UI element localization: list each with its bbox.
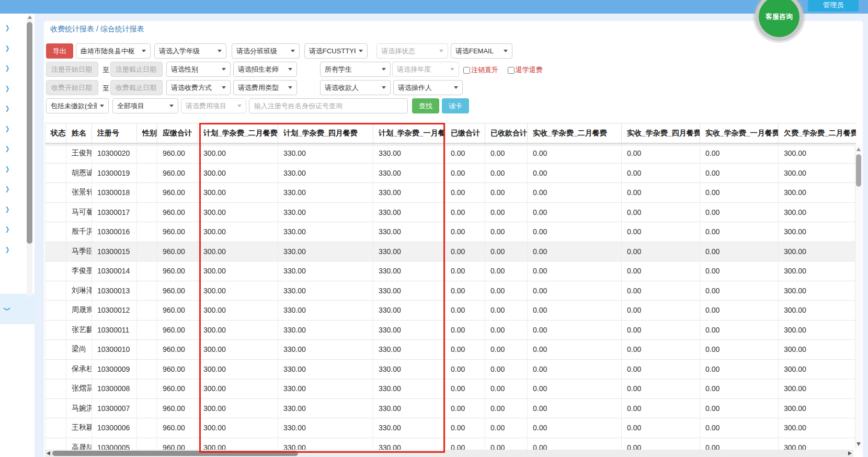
table-row[interactable]: 马季臣10300015960.00300.00330.00330.000.000… <box>45 242 856 262</box>
table-row[interactable]: 刘琳泽10300013960.00300.00330.00330.000.000… <box>45 281 856 301</box>
student-scope-select[interactable]: 所有学生 <box>320 62 391 77</box>
sidebar-item[interactable]: ❯ <box>0 20 26 36</box>
table-cell: 0.00 <box>485 203 528 222</box>
sidebar-item[interactable]: ❯ <box>0 242 26 257</box>
scroll-up-icon[interactable] <box>856 147 861 151</box>
table-cell: 高晟喆 <box>66 438 92 451</box>
pay-method-select[interactable]: 请选收费方式 <box>166 80 231 95</box>
table-cell: 0.00 <box>700 399 779 418</box>
checkbox-cancel-direct-box[interactable] <box>463 67 470 74</box>
table-row[interactable]: 王秋颖10300006960.00300.00330.00330.000.000… <box>45 418 856 438</box>
school-select[interactable]: 曲靖市陆良县中枢 <box>76 43 151 59</box>
chevron-right-icon: ❯ <box>5 205 10 213</box>
table-cell: 300.00 <box>779 242 856 261</box>
fee-end-date-input[interactable]: 收费截止日期 <box>110 80 163 95</box>
table-cell: 0.00 <box>528 261 622 281</box>
sidebar-item[interactable]: ❯ <box>0 81 26 96</box>
table-cell <box>45 144 66 163</box>
admin-button[interactable]: 管理员 <box>808 0 859 12</box>
scroll-right-icon[interactable] <box>848 451 852 455</box>
table-row[interactable]: 马婉淇10300007960.00300.00330.00330.000.000… <box>45 399 856 419</box>
payee-select[interactable]: 请选收款人 <box>320 80 391 95</box>
sidebar-item[interactable]: ❯ <box>0 181 26 197</box>
checkbox-withdraw-refund-box[interactable] <box>508 67 515 74</box>
status-select[interactable]: 请选择状态 <box>376 43 448 59</box>
fee-start-date-input[interactable]: 收费开始日期 <box>46 80 98 95</box>
scroll-down-icon[interactable] <box>856 442 861 446</box>
femail-select[interactable]: 请选FEMAIL <box>451 43 512 59</box>
fee-type-select[interactable]: 请选费用类型 <box>233 80 297 95</box>
chevron-right-icon: ❯ <box>5 105 10 112</box>
table-row[interactable]: 张熠晨10300008960.00300.00330.00330.000.000… <box>45 379 856 399</box>
grade-select[interactable]: 请选入学年级 <box>154 43 226 59</box>
class-select[interactable]: 请选分班班级 <box>232 43 300 59</box>
sidebar-item[interactable]: ❯ <box>0 141 26 156</box>
table-cell: 0.00 <box>446 438 485 451</box>
table-row[interactable]: 周晟宸10300012960.00300.00330.00330.000.000… <box>45 301 856 321</box>
top-bar <box>0 0 868 14</box>
table-row[interactable]: 王俊翔10300020960.00300.00330.00330.000.000… <box>45 144 856 164</box>
teacher-select[interactable]: 请选招生老师 <box>233 62 297 77</box>
table-row[interactable]: 保承杉10300009960.00300.00330.00330.000.000… <box>45 360 856 380</box>
sidebar-item[interactable]: ❯ <box>0 60 26 76</box>
table-cell: 330.00 <box>373 203 446 222</box>
export-button[interactable]: 导出 <box>46 43 73 59</box>
read-card-button[interactable]: 读卡 <box>442 98 469 113</box>
table-horizontal-scrollbar[interactable] <box>45 450 853 457</box>
fee-project-select[interactable]: 请选费用项目 <box>181 98 246 113</box>
include-unpaid-select[interactable]: 包括未缴款(全部 <box>46 98 109 113</box>
register-end-date-input[interactable]: 注册截止日期 <box>110 62 163 77</box>
table-cell: 0.00 <box>528 340 622 359</box>
table-vertical-scrollbar[interactable] <box>855 145 862 449</box>
table-cell: 0.00 <box>622 164 700 183</box>
table-cell: 0.00 <box>700 242 779 261</box>
all-projects-select[interactable]: 全部项目 <box>112 98 178 113</box>
table-row[interactable]: 胡恩诚10300019960.00300.00330.00330.000.000… <box>45 164 856 184</box>
column-header: 计划_学杂费_一月餐费 <box>373 123 446 143</box>
table-row[interactable]: 张艺麒10300011960.00300.00330.00330.000.000… <box>45 321 856 340</box>
table-cell: 0.00 <box>528 203 622 222</box>
table-cell: 330.00 <box>278 203 373 222</box>
checkbox-withdraw-refund[interactable]: 退学退费 <box>508 65 543 75</box>
table-cell: 960.00 <box>157 203 198 222</box>
sidebar-item-active[interactable]: ❯ <box>0 294 35 324</box>
table-row[interactable]: 殷千淇10300016960.00300.00330.00330.000.000… <box>45 222 856 242</box>
fcusttyp-select[interactable]: 请选FCUSTTYP <box>304 43 368 59</box>
table-cell: 10300017 <box>92 203 137 222</box>
table-cell: 0.00 <box>485 399 528 418</box>
table-cell: 330.00 <box>373 281 446 301</box>
table-row[interactable]: 梁尚10300010960.00300.00330.00330.000.000.… <box>45 340 856 360</box>
table-cell: 330.00 <box>278 340 373 359</box>
breadcrumb-parent[interactable]: 收费统计报表 <box>50 25 94 33</box>
gender-select[interactable]: 请选性别 <box>166 62 231 77</box>
sidebar-item[interactable]: ❯ <box>0 121 26 136</box>
sidebar-item[interactable]: ❯ <box>0 40 26 56</box>
table-cell: 960.00 <box>157 183 198 202</box>
sidebar-item[interactable]: ❯ <box>0 221 26 237</box>
scroll-left-icon[interactable] <box>47 451 50 455</box>
table-cell: 0.00 <box>700 301 779 320</box>
table-cell <box>45 203 66 222</box>
search-button[interactable]: 查找 <box>412 98 439 113</box>
scroll-up-icon[interactable] <box>28 16 32 19</box>
sidebar-scrollbar-thumb[interactable] <box>27 22 32 244</box>
register-start-date-input[interactable]: 注册开始日期 <box>46 62 98 77</box>
year-select[interactable]: 请选择年度 <box>392 62 459 77</box>
table-cell: 0.00 <box>446 203 485 222</box>
table-row[interactable]: 李俊墨10300014960.00300.00330.00330.000.000… <box>45 261 856 281</box>
table-row[interactable]: 高晟喆10300005960.00300.00330.00330.000.000… <box>45 438 856 451</box>
vertical-scrollbar-thumb[interactable] <box>856 154 861 187</box>
table-cell: 960.00 <box>157 379 198 398</box>
horizontal-scrollbar-thumb[interactable] <box>52 451 298 456</box>
table-row[interactable]: 马可馨10300017960.00300.00330.00330.000.000… <box>45 203 856 223</box>
search-input[interactable] <box>249 98 408 113</box>
checkbox-cancel-direct[interactable]: 注销直升 <box>463 65 498 75</box>
operator-select[interactable]: 请选操作人 <box>393 80 463 95</box>
table-cell: 张艺麒 <box>66 321 92 340</box>
sidebar-item[interactable]: ❯ <box>0 161 26 177</box>
sidebar-item[interactable]: ❯ <box>0 100 26 116</box>
table-cell: 300.00 <box>198 261 278 281</box>
table-row[interactable]: 张景轩10300018960.00300.00330.00330.000.000… <box>45 183 856 203</box>
sidebar-item[interactable]: ❯ <box>0 201 26 217</box>
table-cell: 300.00 <box>779 301 856 320</box>
